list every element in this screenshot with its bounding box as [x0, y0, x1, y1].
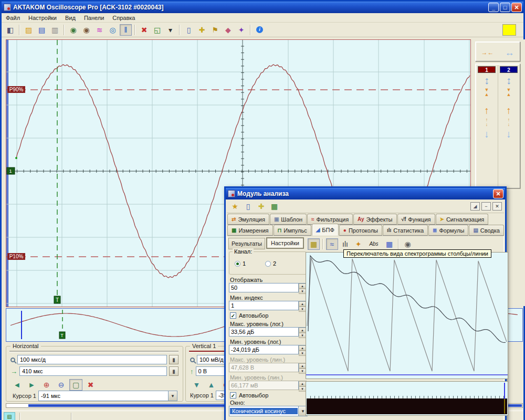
display-count-input[interactable]: 50 ▲▼	[229, 283, 307, 292]
pause-button[interactable]: ‖	[120, 24, 132, 36]
menu-file[interactable]: Файл	[2, 14, 24, 22]
help-button[interactable]: i	[254, 24, 266, 36]
tab-measurements[interactable]: ▦Измерения	[227, 225, 273, 236]
menu-help[interactable]: Справка	[108, 14, 139, 22]
tab-protocols[interactable]: ●Протоколы	[339, 225, 382, 236]
delay-field[interactable]: 410 мкс	[19, 366, 167, 376]
settings-ch2-button[interactable]: ◉	[80, 24, 92, 36]
dialog-minimize-button[interactable]: −	[481, 202, 491, 211]
fine-adjust-button[interactable]: ↑ ↓	[486, 118, 488, 127]
fine-adjust-button[interactable]: ↑ ↓	[508, 118, 510, 127]
compress-vertical-button[interactable]: ▼ ▲	[485, 88, 489, 97]
fft-plot[interactable]	[306, 253, 508, 379]
autoselect-lin-checkbox[interactable]: ✓Автовыбор	[230, 392, 268, 398]
menu-settings[interactable]: Настройки	[24, 14, 61, 22]
window-function-combo[interactable]: Конический косинус ▼	[229, 406, 308, 416]
settings-ch1-button[interactable]: ◉	[67, 24, 79, 36]
tab-effects[interactable]: AyЭффекты	[353, 214, 396, 225]
menu-panels[interactable]: Панели	[80, 14, 108, 22]
fft-grid-button[interactable]: ▦	[308, 238, 320, 250]
move-up-button[interactable]: ↑	[506, 106, 511, 116]
tab-summary[interactable]: ▤Сводка	[469, 225, 504, 236]
dialog-close-button[interactable]: ✕	[493, 189, 503, 198]
delay-lock-button[interactable]: ▮	[169, 366, 178, 376]
tab-formulas[interactable]: ≣Формулы	[428, 225, 468, 236]
max-log-input[interactable]: 33,56 дБ ▲▼	[229, 327, 307, 337]
fft-table-button[interactable]: ▦	[383, 238, 395, 250]
tab-function[interactable]: √fФункция	[397, 214, 435, 225]
maximize-button[interactable]: □	[500, 3, 510, 12]
favorites-button[interactable]: ★	[229, 201, 241, 212]
h-cursor-dropdown[interactable]: ▼	[168, 391, 177, 401]
move-up-button[interactable]: ↑	[484, 106, 489, 116]
channel-1-radio[interactable]: 1	[235, 260, 246, 267]
color-swatch[interactable]	[502, 24, 516, 36]
open-button[interactable]: ▨	[23, 24, 35, 36]
dialog-close-alt-button[interactable]: ✕	[492, 202, 502, 211]
tab-fft[interactable]: ◢БПФ	[312, 224, 339, 236]
tab-filtering[interactable]: ≈Фильтрация	[307, 214, 353, 225]
fft-abs-button[interactable]: Abs	[365, 238, 382, 250]
min-log-spinner[interactable]: ▲▼	[298, 345, 306, 354]
scroll-right-button[interactable]: ►	[25, 379, 38, 391]
expand-horizontal-button[interactable]: ↔	[505, 48, 514, 57]
tab-emulation[interactable]: ⇄Эмуляция	[227, 214, 269, 225]
timebase-lock-button[interactable]: ▮	[169, 355, 178, 364]
info-button[interactable]: ▯	[242, 201, 254, 212]
tab-alarm[interactable]: ➤Сигнализация	[436, 214, 489, 225]
expand-vertical-button[interactable]: ↕	[506, 75, 511, 86]
zoom-in-button[interactable]: ⊕	[40, 379, 53, 391]
tab-template[interactable]: ▣Шаблон	[270, 214, 307, 225]
print-button[interactable]: ▥	[49, 24, 61, 36]
min-index-input[interactable]: 1 ▲▼	[229, 301, 307, 310]
expand-vertical-button[interactable]: ↕	[484, 75, 489, 86]
move-down-button[interactable]: ↓	[484, 129, 489, 139]
tab-statistics[interactable]: ılıСтатистика	[383, 225, 428, 236]
acquire-button[interactable]: ◎	[107, 24, 119, 36]
zoom-reset-button[interactable]: ✖	[84, 379, 97, 391]
panel-tools-button[interactable]: ✚	[196, 24, 208, 36]
min-index-spinner[interactable]: ▲▼	[298, 301, 306, 310]
compress-horizontal-button[interactable]: →←	[481, 50, 494, 55]
fft-lines-button[interactable]: ≈	[326, 238, 338, 250]
channel-2-badge[interactable]: 2	[500, 66, 518, 73]
exit-button[interactable]: ◧	[4, 24, 16, 36]
fft-snapshot-button[interactable]: ◉	[402, 238, 414, 250]
menu-view[interactable]: Вид	[61, 14, 80, 22]
shift-up-button[interactable]: ▲	[205, 379, 218, 391]
minimize-button[interactable]: _	[488, 3, 499, 12]
panel-signpost-button[interactable]: ⚑	[209, 24, 221, 36]
autoselect-log-checkbox[interactable]: ✓Автовыбор	[230, 312, 268, 319]
close-button[interactable]: ✕	[511, 3, 522, 12]
import-dropdown[interactable]: ▾	[164, 24, 176, 36]
spectrogram-cursor-yellow[interactable]	[504, 399, 505, 414]
fft-peak-button[interactable]: ✦	[352, 238, 364, 250]
max-log-spinner[interactable]: ▲▼	[298, 328, 306, 336]
dialog-export-button[interactable]: ◢	[470, 202, 480, 211]
clear-signal-button[interactable]: ✖	[138, 24, 150, 36]
display-count-spinner[interactable]: ▲▼	[298, 284, 306, 292]
generator-button[interactable]: ≋	[93, 24, 106, 36]
timebase-field[interactable]: 100 мкс/д	[17, 355, 167, 364]
move-down-button[interactable]: ↓	[506, 129, 511, 139]
scroll-left-button[interactable]: ◄	[10, 379, 24, 391]
fft-bars-button[interactable]: ılı	[339, 238, 351, 250]
channel-1-badge[interactable]: 1	[478, 66, 496, 73]
import-signal-button[interactable]: ◱	[151, 24, 163, 36]
subtab-results[interactable]: Результаты	[228, 238, 265, 249]
compress-vertical-button[interactable]: ▼ ▲	[507, 88, 511, 97]
save-button[interactable]: ▤	[36, 24, 48, 36]
zoom-window-button[interactable]: ▢	[69, 379, 82, 391]
shift-down-button[interactable]: ▼	[190, 379, 203, 391]
wizard-button[interactable]: ✦	[235, 24, 247, 36]
tab-pulse[interactable]: ⊓Импульс	[274, 225, 311, 236]
panel-measure-button[interactable]: ◆	[222, 24, 234, 36]
channel-2-radio[interactable]: 2	[265, 260, 276, 267]
panel-info-button[interactable]: ▯	[183, 24, 195, 36]
display-button[interactable]: ▦	[268, 201, 280, 212]
spectrogram-cursor-blue[interactable]	[504, 383, 505, 400]
h-cursor-combo[interactable]: -91 мкс ▼	[38, 391, 177, 401]
zoom-out-button[interactable]: ⊖	[55, 379, 68, 391]
subtab-settings[interactable]: Настройки	[266, 237, 304, 249]
min-log-input[interactable]: -24,019 дБ ▲▼	[229, 345, 307, 354]
